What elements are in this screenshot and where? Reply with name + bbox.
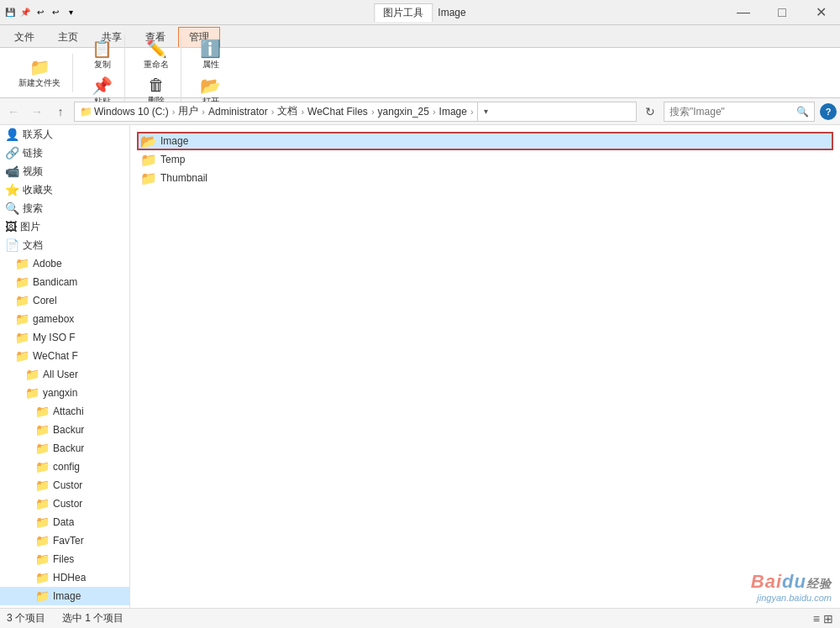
search-nav-icon: 🔍 <box>5 201 19 215</box>
title-bar-icons: 💾 📌 ↩ ↩ ▾ <box>0 6 77 19</box>
sidebar-item-attachi[interactable]: 📁 Attachi <box>0 402 129 421</box>
path-segment-yangxin[interactable]: yangxin_25 <box>378 106 429 118</box>
image-sidebar-icon: 📁 <box>35 589 50 603</box>
search-input[interactable] <box>669 106 796 118</box>
sidebar-item-contacts[interactable]: 👤 联系人 <box>0 125 129 144</box>
app-icon: 💾 <box>3 6 17 19</box>
temp-folder-label: Temp <box>160 154 185 165</box>
sidebar-item-links[interactable]: 🔗 链接 <box>0 144 129 162</box>
new-folder-icon: 📁 <box>29 57 50 77</box>
sidebar-item-config[interactable]: 📁 config <box>0 458 129 476</box>
title-bar: 💾 📌 ↩ ↩ ▾ 图片工具 Image — □ ✕ <box>0 0 840 25</box>
path-segment-admin[interactable]: Administrator <box>208 106 268 118</box>
ribbon-btn-rename[interactable]: ✏️ 重命名 <box>139 37 174 72</box>
maximize-button[interactable]: □ <box>763 0 801 25</box>
sidebar-item-image[interactable]: 📁 Image <box>0 587 129 605</box>
path-segment-docs[interactable]: 文档 <box>277 104 297 118</box>
thumbnail-folder-icon: 📁 <box>140 170 157 186</box>
path-segment-image[interactable]: Image <box>439 106 467 118</box>
window-title: Image <box>438 7 465 18</box>
list-view-button[interactable]: ≡ <box>813 612 820 625</box>
sidebar-item-yangxin[interactable]: 📁 yangxin <box>0 384 129 402</box>
address-bar: ← → ↑ 📁 Windows 10 (C:) › 用户 › Administr… <box>0 98 840 125</box>
favter-icon: 📁 <box>35 534 50 547</box>
address-path[interactable]: 📁 Windows 10 (C:) › 用户 › Administrator ›… <box>74 102 637 122</box>
ribbon-btn-new[interactable]: 📁 新建文件夹 <box>13 55 66 91</box>
sidebar-item-data[interactable]: 📁 Data <box>0 513 129 531</box>
file-item-thumbnail[interactable]: 📁 Thumbnail <box>137 169 833 187</box>
ribbon-content: 📁 新建文件夹 📋 复制 📌 粘贴 ✏️ 重命名 🗑 删除 ℹ️ 属性 📂 打 <box>0 48 840 98</box>
path-dropdown-button[interactable]: ▾ <box>477 102 494 122</box>
quick-access-icon[interactable]: 📌 <box>18 6 32 19</box>
attachi-icon: 📁 <box>35 405 50 418</box>
ribbon-btn-properties[interactable]: ℹ️ 属性 <box>195 37 226 72</box>
help-button[interactable]: ? <box>820 103 837 120</box>
files-icon: 📁 <box>35 552 50 566</box>
sidebar-item-hdhea[interactable]: 📁 HDHea <box>0 568 129 587</box>
gamebox-icon: 📁 <box>15 312 29 326</box>
tab-file[interactable]: 文件 <box>3 27 45 47</box>
alluser-icon: 📁 <box>25 368 39 381</box>
sidebar-item-custom2[interactable]: 📁 Custor <box>0 495 129 513</box>
config-icon: 📁 <box>35 460 50 474</box>
dropdown-icon[interactable]: ▾ <box>64 6 77 19</box>
ribbon-group-open: ℹ️ 属性 📂 打开 <box>188 35 233 111</box>
sidebar-item-search[interactable]: 🔍 搜索 <box>0 199 129 217</box>
thumbnail-folder-label: Thumbnail <box>160 172 207 184</box>
path-segment-users[interactable]: 用户 <box>178 104 198 118</box>
path-segment-root[interactable]: 📁 Windows 10 (C:) <box>80 106 169 118</box>
file-item-temp[interactable]: 📁 Temp <box>137 150 833 169</box>
sidebar-item-files[interactable]: 📁 Files <box>0 550 129 568</box>
refresh-button[interactable]: ↻ <box>640 102 660 122</box>
yangxin-icon: 📁 <box>25 386 39 400</box>
ribbon-btn-copy[interactable]: 📋 复制 <box>87 37 118 72</box>
sidebar-item-gamebox[interactable]: 📁 gamebox <box>0 310 129 328</box>
sidebar-item-bandicam[interactable]: 📁 Bandicam <box>0 273 129 291</box>
sidebar-item-corel[interactable]: 📁 Corel <box>0 291 129 310</box>
ribbon-group-tools: ✏️ 重命名 🗑 删除 <box>132 35 181 110</box>
status-bar: 3 个项目 选中 1 个项目 ≡ ⊞ <box>0 608 840 628</box>
close-button[interactable]: ✕ <box>801 0 840 25</box>
sidebar-item-alluser[interactable]: 📁 All User <box>0 365 129 384</box>
undo-icon[interactable]: ↩ <box>34 6 47 19</box>
wechatf-icon: 📁 <box>15 349 29 363</box>
ribbon: 文件 主页 共享 查看 管理 <box>0 25 840 48</box>
up-button[interactable]: ↑ <box>50 102 71 122</box>
sidebar-item-videos[interactable]: 📹 视频 <box>0 162 129 181</box>
custom2-icon: 📁 <box>35 497 50 510</box>
window-controls: — □ ✕ <box>724 0 840 25</box>
ribbon-group-organize: 📋 复制 📌 粘贴 <box>80 35 125 111</box>
sidebar-item-backup2[interactable]: 📁 Backur <box>0 439 129 458</box>
pictures-icon: 🖼 <box>5 220 17 233</box>
search-box[interactable]: 🔍 <box>664 102 815 122</box>
sidebar-item-custom1[interactable]: 📁 Custor <box>0 476 129 495</box>
sidebar-item-adobe[interactable]: 📁 Adobe <box>0 254 129 273</box>
back-button[interactable]: ← <box>3 102 24 122</box>
contacts-icon: 👤 <box>5 128 19 141</box>
sidebar-item-favorites[interactable]: ⭐ 收藏夹 <box>0 181 129 199</box>
copy-icon: 📋 <box>92 39 113 59</box>
minimize-button[interactable]: — <box>724 0 763 25</box>
sidebar-item-documents[interactable]: 📄 文档 <box>0 236 129 254</box>
search-submit-icon[interactable]: 🔍 <box>796 106 809 118</box>
image-folder-label: Image <box>160 135 188 147</box>
active-tab-label: 图片工具 <box>374 3 433 22</box>
image-folder-icon: 📂 <box>140 133 157 149</box>
path-segment-wechat[interactable]: WeChat Files <box>307 106 368 118</box>
custom1-icon: 📁 <box>35 479 50 492</box>
grid-view-button[interactable]: ⊞ <box>823 612 833 625</box>
ribbon-group-nav: 📁 新建文件夹 <box>7 54 73 92</box>
view-controls: ≡ ⊞ <box>813 612 833 625</box>
sidebar-item-pictures[interactable]: 🖼 图片 <box>0 217 129 236</box>
sidebar-item-wechatf[interactable]: 📁 WeChat F <box>0 347 129 365</box>
forward-button[interactable]: → <box>27 102 47 122</box>
videos-icon: 📹 <box>5 165 19 178</box>
sidebar-item-backup1[interactable]: 📁 Backur <box>0 421 129 439</box>
sidebar-item-myisof[interactable]: 📁 My ISO F <box>0 328 129 347</box>
documents-icon: 📄 <box>5 238 19 252</box>
sidebar-item-favter[interactable]: 📁 FavTer <box>0 531 129 550</box>
file-item-image[interactable]: 📂 Image <box>137 132 833 150</box>
properties-icon: ℹ️ <box>200 39 221 59</box>
backup1-icon: 📁 <box>35 423 50 437</box>
redo-icon[interactable]: ↩ <box>49 6 62 19</box>
